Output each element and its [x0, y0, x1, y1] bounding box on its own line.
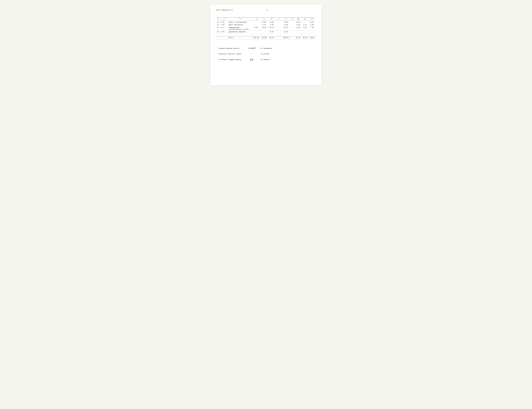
row-i3-c11: I,47: [302, 24, 308, 26]
row-i4-c8: 83,29: [282, 26, 290, 31]
sig-image-2: ‹: [244, 52, 259, 56]
th-dots-5: · · · ·: [260, 13, 268, 18]
row-i5-c8: 0,II: [282, 31, 290, 33]
th-dots-8: · · ·: [282, 13, 290, 18]
row-i3-c7: [276, 24, 282, 26]
row-i5-c11: [302, 31, 308, 33]
row-i2-c11: [302, 21, 308, 24]
row-i4-c9: [290, 26, 295, 31]
th-dots-2: · · · · ·: [220, 13, 228, 18]
total-label: Итого: [228, 36, 252, 39]
row-i2-c4: [252, 21, 261, 24]
th-dots-7: [276, 13, 282, 18]
sig-row-3: Составила старший инженер ℓⅇ Р.Е.Лялина: [219, 58, 316, 62]
total-c4: I97,I6: [252, 36, 261, 39]
row-i4-c11: 4,83: [302, 26, 308, 31]
bottom-dots-row: · · · · · · · · · · · · · · · · · · · · …: [216, 39, 316, 41]
row-i3-ref: I–I3: [220, 24, 228, 26]
row-i3-c4: [252, 24, 261, 26]
row-i2-c12: 0,OI: [308, 21, 316, 24]
total-c7: [276, 36, 282, 39]
th-2: 2: [220, 18, 228, 20]
total-id: [216, 36, 220, 39]
table-row: I3 I–I3 КИП и автоматика 5,27 4,59 9,86 …: [216, 24, 316, 26]
th-8: 8: [282, 18, 290, 20]
total-ref: [220, 36, 228, 39]
row-i4-c10: 5,90: [295, 26, 301, 31]
signature-cursive-1: 𝓦𝓪𝓴𝓲𝓸: [248, 46, 255, 50]
row-i5-c12: [308, 31, 316, 33]
total-c12: 79,40: [308, 36, 316, 39]
th-6: 6: [268, 18, 276, 20]
th-5: 5: [260, 18, 268, 20]
header-row: I 2 3 4 5 6 7 8 9 IO II I2: [216, 18, 316, 20]
sig-title-1: Главный инженер проекта: [219, 47, 244, 49]
row-i5-c4: [252, 31, 261, 33]
total-c8: 289,63: [282, 36, 290, 39]
row-i2-desc: Связь и сигнализация: [228, 21, 252, 24]
row-i2-c8: 0,03: [282, 21, 290, 24]
row-i4-c7: [276, 26, 282, 31]
th-7: 7: [276, 18, 282, 20]
row-i4-ref: I–I4: [220, 26, 228, 31]
total-c9: [290, 36, 295, 39]
sig-row-1: Главный инженер проекта 𝓦𝓪𝓴𝓲𝓸 В.С.Боярши…: [219, 47, 316, 50]
sig-name-3: Р.Е.Лялина: [260, 59, 269, 60]
row-i3-c12: I,90: [308, 24, 316, 26]
th-dots-4: · · ·: [252, 13, 261, 18]
row-i4-c12: 7,42: [308, 26, 316, 31]
th-1: I: [216, 18, 220, 20]
row-i3-id: I3: [216, 24, 220, 26]
th-dots-11: · · · ·: [302, 13, 308, 18]
th-3: 3: [228, 18, 252, 20]
row-i5-ref: I–I5: [220, 31, 228, 33]
total-row: Итого I97,I6 22,96 69,5I 289,63 2I,II 20…: [216, 36, 316, 39]
th-11: II: [302, 18, 308, 20]
row-i2-id: I2: [216, 21, 220, 24]
row-i5-c10: [295, 31, 301, 33]
total-c6: 69,5I: [268, 36, 276, 39]
row-i5-c5: [260, 31, 268, 33]
doc-ref: 902-2-458м.88 Ал.8: [216, 9, 233, 11]
total-c11: 20,I6: [302, 36, 308, 39]
row-i2-ref: I–I2: [220, 21, 228, 24]
sig-image-3: ℓⅇ: [244, 58, 259, 62]
row-i5-id: I5: [216, 31, 220, 33]
th-dots-6: · ·: [268, 13, 276, 18]
table-row: I2 I–I2 Связь и сигнализация 0,02 0,OI 0…: [216, 21, 316, 24]
row-i4-c6: 62,72: [268, 26, 276, 31]
row-i5-c9: [290, 31, 295, 33]
th-dots-9: [290, 13, 295, 18]
sig-name-2: Т.И.Рогова: [260, 53, 269, 55]
sig-title-2: Начальник сметного отдела: [219, 53, 244, 55]
header-dots-row: · · · · · · · · · · · · · · · · · · · · …: [216, 13, 316, 18]
row-i5-desc: Деревянные шкафчики: [228, 31, 252, 33]
row-i4-id: I4: [216, 26, 220, 31]
th-dots-12: · · ·: [308, 13, 316, 18]
signature-cursive-3: ℓⅇ: [250, 58, 253, 62]
total-c5: 22,96: [260, 36, 268, 39]
row-i2-c6: 0,OI: [268, 21, 276, 24]
sub-dots-row: · · · · · · · · · · · · · · · · · · · · …: [216, 33, 316, 36]
doc-header: 902-2-458м.88 Ал.8 - 5 -: [216, 9, 316, 11]
main-table: · · · · · · · · · · · · · · · · · · · · …: [216, 13, 316, 41]
signatures-section: Главный инженер проекта 𝓦𝓪𝓴𝓲𝓸 В.С.Боярши…: [219, 47, 316, 62]
row-i3-c5: 5,27: [260, 24, 268, 26]
th-dots-3: · · · · · · · · ·: [228, 13, 252, 18]
total-c10: 2I,II: [295, 36, 301, 39]
row-i2-c7: [276, 21, 282, 24]
row-i3-c6: 4,59: [268, 24, 276, 26]
page-number: - 5 -: [233, 9, 302, 11]
row-i3-desc: КИП и автоматика: [228, 24, 252, 26]
row-i2-c5: 0,02: [260, 21, 268, 24]
table-row: I4 I–I4 Оборудование технологических сис…: [216, 26, 316, 31]
th-dots-1: · · ·: [216, 13, 220, 18]
row-i3-c9: [290, 24, 295, 26]
sig-name-1: В.С.Бояршинов: [260, 47, 272, 49]
th-10: IO: [295, 18, 301, 20]
th-dots-10: · · · ·: [295, 13, 301, 18]
sig-image-1: 𝓦𝓪𝓴𝓲𝓸: [244, 47, 259, 50]
row-i4-c5: I2,05: [260, 26, 268, 31]
th-9: 9: [290, 18, 295, 20]
row-i5-c6: 0,II: [268, 31, 276, 33]
